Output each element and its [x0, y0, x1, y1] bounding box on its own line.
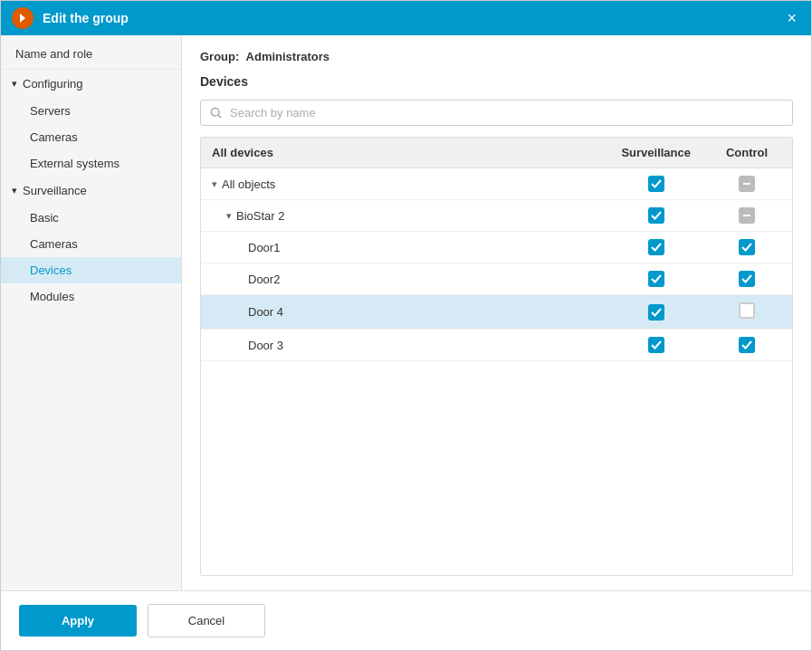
- row-name-door1: Door1: [201, 232, 610, 263]
- col-header-surveillance: Surveillance: [610, 138, 702, 168]
- edit-group-dialog: Edit the group × Name and role ▾ Configu…: [0, 0, 812, 651]
- table-row: Door 3: [201, 330, 792, 361]
- row-name-door4: Door 4: [201, 295, 610, 330]
- search-icon: [210, 107, 223, 120]
- col-header-control: Control: [702, 138, 792, 168]
- section-title: Devices: [200, 74, 793, 89]
- table-row: Door2: [201, 263, 792, 295]
- checkbox-surveillance-door1[interactable]: [610, 232, 702, 263]
- checked-icon[interactable]: [648, 271, 664, 287]
- checked-icon[interactable]: [739, 337, 755, 353]
- checkbox-control-door3[interactable]: [702, 330, 792, 361]
- row-name-door3: Door 3: [201, 330, 610, 361]
- checkbox-control-door2[interactable]: [702, 263, 792, 295]
- col-header-name: All devices: [201, 138, 610, 168]
- sidebar-item-basic[interactable]: Basic: [1, 205, 181, 231]
- table-row: ▾ All objects: [201, 168, 792, 200]
- dialog-body: Name and role ▾ Configuring Servers Came…: [1, 35, 811, 590]
- partial-check-icon[interactable]: [739, 176, 755, 192]
- devices-table: All devices Surveillance Control ▾ All o…: [201, 138, 792, 361]
- sidebar-item-external-systems[interactable]: External systems: [1, 150, 181, 177]
- checked-icon[interactable]: [648, 239, 664, 255]
- svg-marker-0: [20, 14, 25, 23]
- dialog-title: Edit the group: [43, 11, 783, 25]
- close-button[interactable]: ×: [783, 6, 800, 30]
- chevron-down-icon-biostar2[interactable]: ▾: [226, 210, 232, 222]
- checked-icon[interactable]: [739, 239, 755, 255]
- table-row: Door1: [201, 232, 792, 263]
- checkbox-control-door1[interactable]: [702, 232, 792, 263]
- checkbox-control-all-objects[interactable]: [702, 168, 792, 200]
- checkbox-surveillance-all-objects[interactable]: [610, 168, 702, 200]
- sidebar-item-cameras-surveillance[interactable]: Cameras: [1, 231, 181, 257]
- chevron-down-icon-all-objects[interactable]: ▾: [212, 178, 217, 190]
- main-content: Group: Administrators Devices All device…: [182, 35, 811, 590]
- sidebar-item-modules[interactable]: Modules: [1, 283, 181, 310]
- app-logo-icon: [12, 7, 33, 29]
- checked-icon[interactable]: [739, 271, 755, 287]
- checkbox-control-door4[interactable]: [702, 295, 792, 330]
- checkbox-surveillance-biostar2[interactable]: [610, 200, 702, 232]
- empty-checkbox-icon[interactable]: [739, 302, 755, 319]
- checked-icon[interactable]: [648, 304, 664, 321]
- apply-button[interactable]: Apply: [19, 605, 137, 637]
- sidebar-section-label: Configuring: [23, 77, 83, 91]
- sidebar-item-servers[interactable]: Servers: [1, 98, 181, 124]
- sidebar-item-cameras-configuring[interactable]: Cameras: [1, 124, 181, 150]
- sidebar: Name and role ▾ Configuring Servers Came…: [1, 35, 182, 590]
- checkbox-control-biostar2[interactable]: [702, 200, 792, 232]
- sidebar-section-configuring[interactable]: ▾ Configuring: [1, 70, 181, 98]
- table-row: Door 4: [201, 295, 792, 330]
- table-header-row: All devices Surveillance Control: [201, 138, 792, 168]
- devices-table-container: All devices Surveillance Control ▾ All o…: [200, 137, 793, 576]
- search-box: [200, 100, 793, 126]
- checkbox-surveillance-door2[interactable]: [610, 263, 702, 295]
- checked-icon[interactable]: [648, 337, 664, 353]
- sidebar-section-surveillance-label: Surveillance: [23, 184, 87, 197]
- svg-point-1: [211, 108, 219, 116]
- checkbox-surveillance-door4[interactable]: [610, 295, 702, 330]
- svg-line-2: [218, 115, 221, 118]
- partial-check-icon[interactable]: [739, 207, 755, 224]
- sidebar-section-surveillance[interactable]: ▾ Surveillance: [1, 177, 181, 205]
- arrow-right-icon: [16, 12, 29, 24]
- chevron-down-icon-2: ▾: [12, 185, 17, 196]
- chevron-down-icon: ▾: [12, 78, 17, 90]
- footer: Apply Cancel: [1, 590, 811, 650]
- group-label: Group: Administrators: [200, 50, 793, 63]
- row-name-all-objects: ▾ All objects: [201, 168, 610, 200]
- search-input[interactable]: [230, 106, 783, 120]
- checkbox-surveillance-door3[interactable]: [610, 330, 702, 361]
- checked-icon[interactable]: [648, 176, 664, 192]
- sidebar-item-devices[interactable]: Devices: [1, 257, 181, 283]
- sidebar-item-name-and-role[interactable]: Name and role: [1, 39, 181, 70]
- table-row: ▾ BioStar 2: [201, 200, 792, 232]
- title-bar: Edit the group ×: [1, 1, 811, 35]
- cancel-button[interactable]: Cancel: [148, 604, 265, 637]
- row-name-door2: Door2: [201, 263, 610, 295]
- row-name-biostar2: ▾ BioStar 2: [201, 200, 610, 232]
- checked-icon[interactable]: [648, 207, 664, 224]
